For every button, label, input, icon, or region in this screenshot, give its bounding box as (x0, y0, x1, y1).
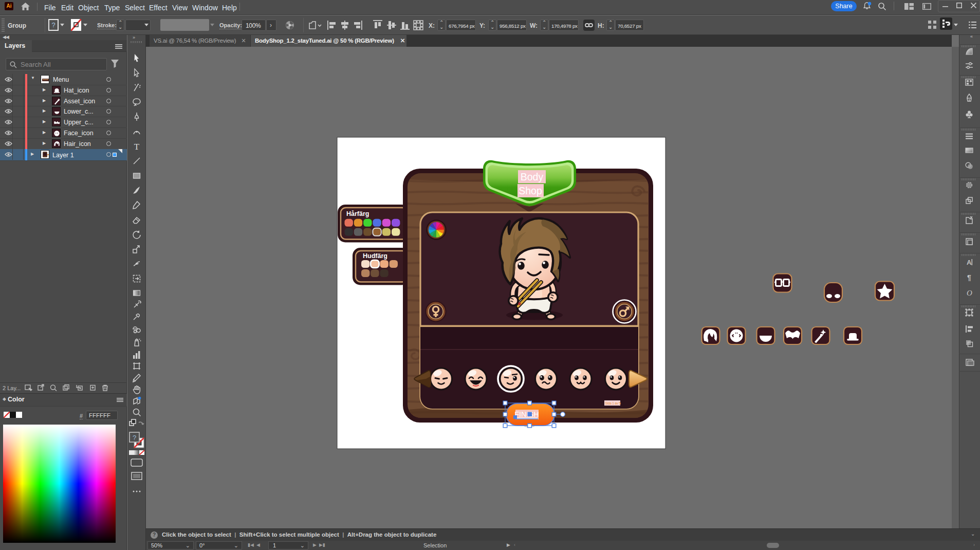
svg-text:O: O (967, 289, 972, 297)
svg-text:Shop: Shop (519, 185, 542, 196)
svg-text:Sida 1 av 5: Sida 1 av 5 (605, 401, 621, 405)
svg-text:?: ? (133, 434, 136, 442)
svg-text:«: « (970, 35, 973, 39)
svg-text:FINISH: FINISH (514, 410, 539, 418)
svg-text:Hårfärg: Hårfärg (346, 210, 369, 217)
svg-text:A: A (967, 259, 972, 266)
svg-text:T: T (134, 142, 140, 152)
svg-text:¶: ¶ (967, 273, 971, 282)
svg-text:»: » (133, 35, 135, 40)
svg-text:Body: Body (521, 171, 544, 182)
svg-text:Hudfärg: Hudfärg (363, 252, 387, 260)
